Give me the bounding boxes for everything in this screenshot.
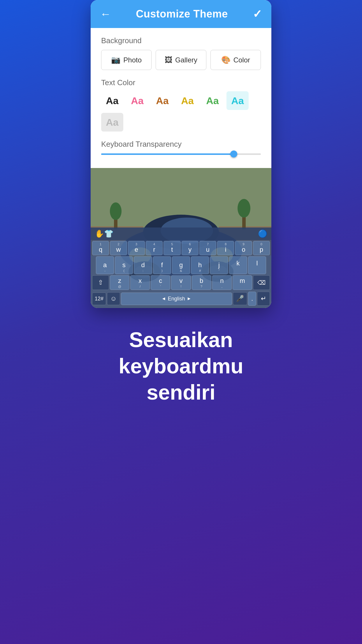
- lang-arrow-right: ►: [187, 296, 191, 301]
- confirm-button[interactable]: ✓: [253, 8, 262, 20]
- promo-section: Sesuaikan keyboardmu sendiri: [91, 308, 271, 423]
- key-t[interactable]: 5 t: [164, 241, 180, 255]
- key-x[interactable]: x /: [130, 275, 150, 290]
- key-h[interactable]: h #: [191, 256, 209, 274]
- key-f[interactable]: f ): [153, 256, 171, 274]
- gallery-label: Gallery: [175, 56, 197, 64]
- gallery-icon: 🖼: [165, 55, 172, 64]
- key-w[interactable]: 2 w: [110, 241, 127, 255]
- svg-point-15: [110, 202, 122, 220]
- language-selector[interactable]: ◄ English ►: [121, 293, 232, 305]
- swatch-gold[interactable]: Aa: [176, 91, 198, 110]
- period-key[interactable]: .: [248, 292, 256, 306]
- key-s[interactable]: s (: [115, 256, 133, 274]
- slider-thumb[interactable]: [230, 150, 237, 158]
- photo-button[interactable]: 📷 Photo: [101, 50, 152, 70]
- camera-circle-icon[interactable]: 🔵: [258, 229, 267, 238]
- swatch-green[interactable]: Aa: [201, 91, 224, 110]
- shift-key[interactable]: ⇧: [92, 275, 109, 290]
- text-color-section: Text Color Aa Aa Aa Aa Aa Aa Aa: [101, 78, 261, 132]
- key-g[interactable]: g &: [172, 256, 190, 274]
- mic-key[interactable]: 🎤: [233, 292, 247, 305]
- swatch-disabled: Aa: [101, 113, 123, 132]
- key-u[interactable]: 7 u: [199, 241, 216, 255]
- key-k[interactable]: k: [229, 256, 247, 274]
- swatch-pink[interactable]: Aa: [126, 91, 148, 110]
- key-o[interactable]: 9 o: [235, 241, 252, 255]
- emoji-key[interactable]: ☺: [107, 292, 120, 305]
- key-b[interactable]: b ?: [192, 275, 211, 290]
- transparency-label: Keyboard Transparency: [101, 140, 261, 149]
- swatch-teal[interactable]: Aa: [226, 91, 249, 110]
- app-header: ← Customize Theme ✓: [91, 0, 271, 28]
- key-c[interactable]: c ': [151, 275, 170, 290]
- key-l[interactable]: l: [248, 256, 266, 274]
- key-v[interactable]: v !: [171, 275, 191, 290]
- background-section: Background 📷 Photo 🖼 Gallery 🎨 Color: [101, 36, 261, 70]
- photo-label: Photo: [123, 56, 142, 64]
- key-z[interactable]: z @: [110, 275, 129, 290]
- key-d[interactable]: d :: [134, 256, 152, 274]
- header-title: Customize Theme: [136, 8, 228, 20]
- background-label: Background: [101, 36, 261, 45]
- slider-track: [101, 153, 261, 155]
- backspace-key[interactable]: ⌫: [253, 275, 270, 290]
- camera-icon: 📷: [111, 55, 120, 64]
- key-j[interactable]: j ": [210, 256, 228, 274]
- language-label: English: [168, 296, 185, 302]
- lang-arrow-left: ◄: [161, 296, 166, 301]
- back-button[interactable]: ←: [100, 8, 111, 20]
- key-n[interactable]: n ,: [212, 275, 232, 290]
- key-i[interactable]: 8 i: [217, 241, 234, 255]
- shirt-icon[interactable]: 👕: [104, 229, 113, 238]
- key-m[interactable]: m: [233, 275, 252, 290]
- slider-fill: [101, 153, 234, 155]
- promo-text: Sesuaikan keyboardmu sendiri: [102, 327, 260, 405]
- color-button[interactable]: 🎨 Color: [210, 50, 261, 70]
- num-sym-key[interactable]: 12#: [92, 293, 106, 305]
- key-a[interactable]: a -: [96, 256, 114, 274]
- text-color-label: Text Color: [101, 78, 261, 87]
- svg-point-17: [238, 199, 250, 218]
- color-label: Color: [233, 56, 250, 64]
- key-y[interactable]: 6 y: [182, 241, 198, 255]
- enter-key[interactable]: ↵: [257, 292, 270, 306]
- hand-wave-icon[interactable]: ✋: [95, 229, 104, 238]
- key-r[interactable]: 4 r: [146, 241, 163, 255]
- key-e[interactable]: 3 e: [128, 241, 145, 255]
- swatch-black[interactable]: Aa: [101, 91, 123, 110]
- keyboard-preview: ✋ 👕 🔵 1 q 2 w: [91, 168, 271, 308]
- color-icon: 🎨: [221, 55, 231, 64]
- gallery-button[interactable]: 🖼 Gallery: [156, 50, 206, 70]
- key-q[interactable]: 1 q: [92, 241, 109, 255]
- key-p[interactable]: 0 p: [253, 241, 270, 255]
- swatch-brown[interactable]: Aa: [151, 91, 173, 110]
- transparency-section: Keyboard Transparency: [101, 140, 261, 162]
